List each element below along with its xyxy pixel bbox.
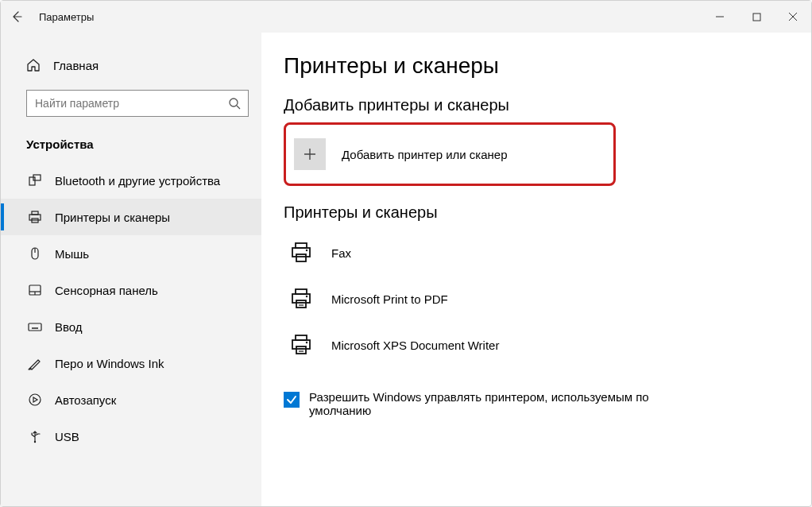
sidebar-item-touchpad[interactable]: Сенсорная панель [1, 272, 261, 308]
maximize-icon [752, 13, 761, 21]
sidebar-item-typing[interactable]: Ввод [1, 308, 261, 345]
add-section-title: Добавить принтеры и сканеры [284, 96, 784, 114]
add-printer-label: Добавить принтер или сканер [342, 148, 508, 161]
sidebar-item-pen[interactable]: Перо и Windows Ink [1, 345, 261, 381]
default-printer-checkbox-row[interactable]: Разрешить Windows управлять принтером, и… [284, 390, 697, 417]
pen-icon [26, 356, 44, 370]
sidebar-item-autoplay[interactable]: Автозапуск [1, 381, 261, 418]
plus-icon [294, 138, 326, 170]
device-label: Fax [331, 246, 351, 260]
svg-rect-22 [296, 254, 306, 261]
page-title: Принтеры и сканеры [284, 53, 784, 79]
sidebar-item-mouse[interactable]: Мышь [1, 235, 261, 272]
usb-icon [26, 429, 44, 443]
sidebar-item-printers[interactable]: Принтеры и сканеры [1, 199, 261, 235]
device-label: Microsoft XPS Document Writer [331, 339, 499, 352]
main-content: Принтеры и сканеры Добавить принтеры и с… [261, 33, 811, 506]
window-title: Параметры [39, 11, 94, 23]
svg-rect-32 [296, 346, 306, 354]
touchpad-icon [26, 283, 44, 297]
sidebar-item-label: Принтеры и сканеры [55, 211, 170, 224]
device-item-fax[interactable]: Fax [284, 230, 784, 276]
back-button[interactable] [1, 1, 33, 33]
sidebar-item-label: Автозапуск [55, 393, 116, 407]
svg-point-23 [306, 250, 307, 251]
svg-rect-4 [32, 211, 38, 215]
devices-icon [26, 173, 44, 188]
checkbox-checked[interactable] [284, 392, 300, 408]
titlebar: Параметры [1, 1, 811, 33]
sidebar-category: Устройства [1, 120, 261, 162]
mouse-icon [26, 246, 44, 261]
list-section-title: Принтеры и сканеры [284, 203, 784, 222]
svg-rect-2 [29, 177, 35, 185]
sidebar-item-label: Ввод [55, 320, 83, 334]
maximize-button[interactable] [738, 1, 775, 33]
svg-point-19 [34, 441, 36, 443]
sidebar-item-label: USB [55, 430, 79, 443]
default-printer-checkbox-label: Разрешить Windows управлять принтером, и… [309, 390, 697, 417]
device-item-print-pdf[interactable]: Microsoft Print to PDF [284, 276, 784, 322]
svg-rect-12 [29, 323, 41, 331]
sidebar-item-usb[interactable]: USB [1, 418, 261, 455]
home-icon [26, 58, 44, 72]
svg-rect-21 [292, 248, 310, 257]
printer-icon [26, 210, 44, 224]
sidebar-item-label: Мышь [55, 247, 89, 261]
add-printer-button[interactable]: Добавить принтер или сканер [291, 130, 609, 179]
printer-icon [287, 241, 315, 265]
keyboard-icon [26, 319, 44, 334]
minimize-button[interactable] [702, 1, 738, 33]
sidebar-item-label: Сенсорная панель [55, 284, 158, 297]
sidebar-nav: Bluetooth и другие устройства Принтеры и… [1, 162, 261, 455]
search-input[interactable] [26, 90, 249, 117]
svg-rect-31 [292, 340, 310, 349]
printer-icon [287, 287, 315, 311]
minimize-icon [715, 12, 725, 21]
device-item-xps[interactable]: Microsoft XPS Document Writer [284, 322, 784, 368]
settings-window: Параметры Главная [0, 0, 812, 507]
svg-rect-25 [292, 294, 310, 303]
svg-point-18 [29, 394, 41, 405]
printer-icon [287, 333, 315, 357]
autoplay-icon [26, 393, 44, 407]
sidebar: Главная Устройства Bluetooth и другие ус… [1, 33, 261, 506]
close-icon [788, 12, 798, 21]
close-button[interactable] [775, 1, 811, 33]
svg-point-33 [306, 342, 307, 343]
svg-rect-5 [29, 215, 41, 220]
home-nav[interactable]: Главная [1, 50, 261, 80]
svg-rect-0 [753, 14, 760, 21]
check-icon [286, 394, 297, 405]
sidebar-item-label: Bluetooth и другие устройства [55, 174, 220, 188]
svg-point-27 [306, 296, 307, 297]
svg-rect-26 [296, 300, 306, 308]
sidebar-item-label: Перо и Windows Ink [55, 357, 164, 370]
sidebar-item-bluetooth[interactable]: Bluetooth и другие устройства [1, 162, 261, 199]
device-label: Microsoft Print to PDF [331, 292, 448, 306]
arrow-left-icon [10, 10, 23, 23]
annotation-highlight: Добавить принтер или сканер [284, 122, 616, 186]
home-label: Главная [53, 59, 99, 72]
